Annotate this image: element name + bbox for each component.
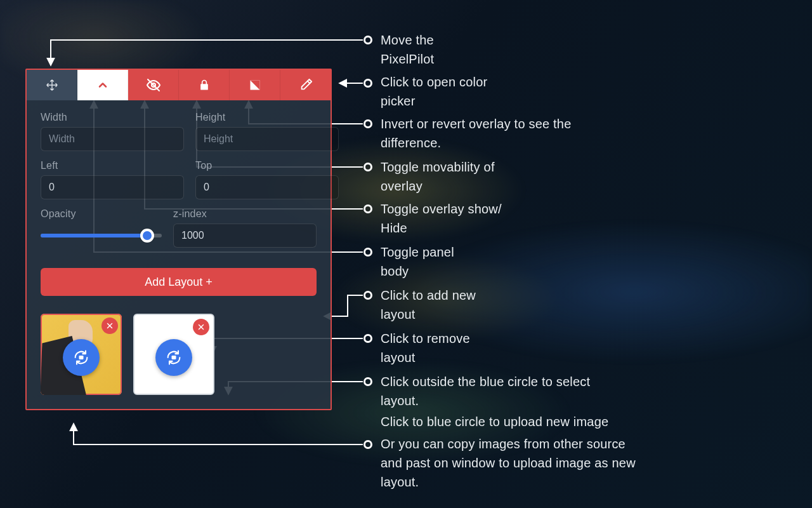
anno-dot: [363, 440, 372, 449]
anno-dot: [363, 248, 372, 257]
eye-slash-icon: [146, 77, 161, 93]
left-label: Left: [41, 160, 184, 171]
anno-dot: [363, 204, 372, 213]
pixelpilot-panel: Width Height Left Top Opacity: [25, 69, 332, 410]
anno-select-text: Click outside the blue circle to select …: [381, 372, 590, 410]
layout-card[interactable]: [133, 314, 214, 395]
height-label: Height: [195, 112, 339, 123]
color-picker-button[interactable]: [280, 70, 331, 100]
anno-upload-text: Click to blue circle to upload new image: [381, 412, 608, 431]
zindex-input[interactable]: [173, 224, 317, 248]
height-input[interactable]: [195, 127, 339, 151]
layout-card[interactable]: [41, 314, 122, 395]
eyedropper-icon: [299, 78, 313, 92]
left-input[interactable]: [41, 175, 184, 199]
lock-icon: [198, 79, 211, 91]
anno-collapse-text: Toggle panel body: [381, 243, 454, 281]
anno-dot: [363, 291, 372, 300]
movability-toggle[interactable]: [179, 70, 230, 100]
anno-dot: [363, 119, 372, 128]
invert-toggle[interactable]: [230, 70, 280, 100]
close-icon: [197, 323, 205, 331]
top-input[interactable]: [195, 175, 339, 199]
svg-rect-3: [79, 356, 84, 359]
opacity-slider[interactable]: [41, 224, 162, 248]
anno-dot: [363, 334, 372, 343]
upload-image-button[interactable]: [63, 339, 100, 376]
visibility-toggle[interactable]: [128, 70, 179, 100]
anno-dot: [363, 79, 372, 88]
anno-dot: [363, 36, 372, 44]
camera-sync-icon: [72, 349, 90, 366]
anno-add-text: Click to add new layout: [381, 286, 476, 324]
chevron-up-icon: [96, 79, 109, 91]
opacity-label: Opacity: [41, 208, 162, 220]
close-icon: [106, 322, 114, 330]
anno-dot: [363, 377, 372, 386]
upload-image-button[interactable]: [155, 339, 192, 376]
top-label: Top: [195, 160, 339, 171]
anno-move-text: Move the PixelPilot: [381, 30, 434, 69]
width-input[interactable]: [41, 127, 184, 151]
anno-dot: [363, 163, 372, 171]
toolbar: [27, 70, 331, 100]
collapse-toggle[interactable]: [77, 70, 128, 100]
anno-visibility-text: Toggle overlay show/ Hide: [381, 199, 502, 237]
width-label: Width: [41, 112, 184, 123]
add-layout-button[interactable]: Add Layout +: [41, 268, 317, 296]
svg-rect-6: [172, 356, 176, 359]
layout-thumbnails: [41, 314, 317, 395]
camera-sync-icon: [165, 349, 183, 366]
anno-invert-text: Invert or revert overlay to see the diff…: [381, 114, 571, 152]
move-icon: [45, 78, 59, 92]
move-handle[interactable]: [27, 70, 77, 100]
panel-body: Width Height Left Top Opacity: [27, 100, 331, 409]
remove-layout-button[interactable]: [102, 318, 118, 334]
anno-picker-text: Click to open color picker: [381, 72, 487, 110]
zindex-label: z-index: [173, 208, 317, 220]
remove-layout-button[interactable]: [193, 319, 209, 335]
anno-lock-text: Toggle movability of overlay: [381, 157, 495, 196]
anno-remove-text: Click to remove layout: [381, 329, 470, 367]
invert-icon: [249, 79, 261, 91]
anno-paste-text: Or you can copy images from other source…: [381, 434, 636, 491]
